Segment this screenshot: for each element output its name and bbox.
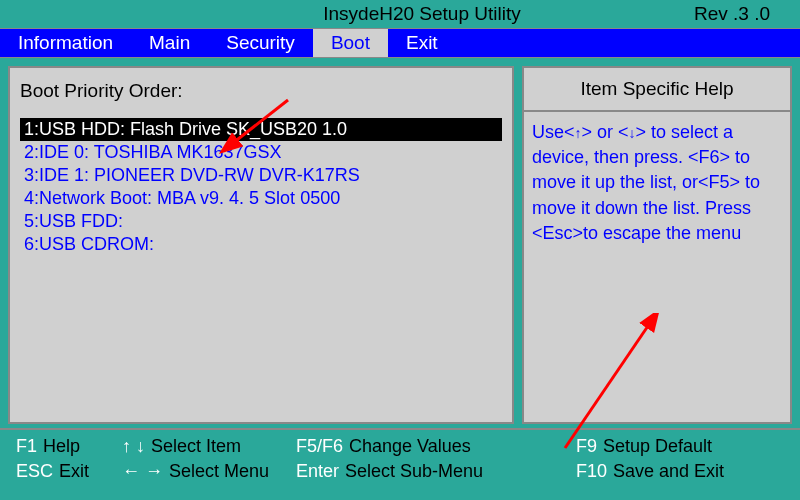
select-submenu-label: Select Sub-Menu xyxy=(345,459,483,484)
header-bar: InsydeH20 Setup Utility Rev .3 .0 xyxy=(0,0,800,28)
help-header: Item Specific Help xyxy=(524,68,790,112)
save-exit-label: Save and Exit xyxy=(613,459,724,484)
menu-main[interactable]: Main xyxy=(131,29,208,57)
exit-label: Exit xyxy=(59,459,89,484)
arrow-up-icon: ↑ xyxy=(575,125,582,141)
boot-panel: Boot Priority Order: 1:USB HDD: Flash Dr… xyxy=(8,66,514,424)
boot-item-5[interactable]: 5:USB FDD: xyxy=(20,210,502,233)
footer-help: F1 Help xyxy=(16,434,116,459)
change-values-label: Change Values xyxy=(349,434,471,459)
boot-item-1[interactable]: 1:USB HDD: Flash Drive SK_USB20 1.0 xyxy=(20,118,502,141)
f9-key: F9 xyxy=(576,434,597,459)
setup-default-label: Setup Default xyxy=(603,434,712,459)
footer-select-menu: ← → Select Menu xyxy=(116,459,296,484)
enter-key: Enter xyxy=(296,459,339,484)
boot-item-6[interactable]: 6:USB CDROM: xyxy=(20,233,502,256)
boot-item-3[interactable]: 3:IDE 1: PIONEER DVD-RW DVR-K17RS xyxy=(20,164,502,187)
footer-row-1: F1 Help ↑ ↓ Select Item F5/F6 Change Val… xyxy=(16,434,784,459)
f1-key: F1 xyxy=(16,434,37,459)
footer-save-exit: F10 Save and Exit xyxy=(576,459,736,484)
menu-bar: Information Main Security Boot Exit xyxy=(0,28,800,58)
footer-exit: ESC Exit xyxy=(16,459,116,484)
updown-arrows-icon: ↑ ↓ xyxy=(122,434,145,459)
footer-select-item: ↑ ↓ Select Item xyxy=(116,434,296,459)
help-panel: Item Specific Help Use<↑> or <↓> to sele… xyxy=(522,66,792,424)
boot-item-2[interactable]: 2:IDE 0: TOSHIBA MK1637GSX xyxy=(20,141,502,164)
select-item-label: Select Item xyxy=(151,434,241,459)
boot-list: 1:USB HDD: Flash Drive SK_USB20 1.0 2:ID… xyxy=(20,118,502,256)
boot-priority-title: Boot Priority Order: xyxy=(20,80,502,102)
esc-key: ESC xyxy=(16,459,53,484)
arrow-down-icon: ↓ xyxy=(629,125,636,141)
select-menu-label: Select Menu xyxy=(169,459,269,484)
help-text-pre: Use< xyxy=(532,122,575,142)
footer-change-values: F5/F6 Change Values xyxy=(296,434,576,459)
footer-row-2: ESC Exit ← → Select Menu Enter Select Su… xyxy=(16,459,784,484)
menu-exit[interactable]: Exit xyxy=(388,29,456,57)
f10-key: F10 xyxy=(576,459,607,484)
f5f6-key: F5/F6 xyxy=(296,434,343,459)
content-area: Boot Priority Order: 1:USB HDD: Flash Dr… xyxy=(0,58,800,428)
utility-title: InsydeH20 Setup Utility xyxy=(10,3,694,25)
boot-item-4[interactable]: 4:Network Boot: MBA v9. 4. 5 Slot 0500 xyxy=(20,187,502,210)
menu-security[interactable]: Security xyxy=(208,29,313,57)
footer-setup-default: F9 Setup Default xyxy=(576,434,724,459)
menu-information[interactable]: Information xyxy=(0,29,131,57)
menu-boot[interactable]: Boot xyxy=(313,29,388,57)
revision-label: Rev .3 .0 xyxy=(694,3,790,25)
help-body: Use<↑> or <↓> to select a device, then p… xyxy=(524,112,790,254)
help-text-mid: > or < xyxy=(582,122,629,142)
leftright-arrows-icon: ← → xyxy=(122,459,163,484)
footer-bar: F1 Help ↑ ↓ Select Item F5/F6 Change Val… xyxy=(0,428,800,492)
footer-select-submenu: Enter Select Sub-Menu xyxy=(296,459,576,484)
f1-label: Help xyxy=(43,434,80,459)
